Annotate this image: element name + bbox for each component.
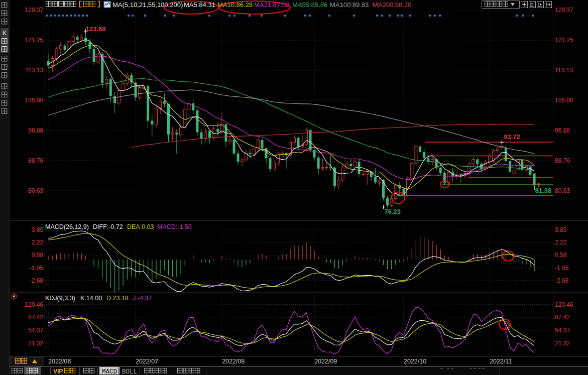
svg-text:121.25: 121.25 [25,37,43,44]
svg-text:2022/08: 2022/08 [222,358,245,365]
svg-text:129.37: 129.37 [25,7,43,14]
svg-text:2.22: 2.22 [555,239,567,246]
svg-text:113.13: 113.13 [25,67,43,74]
svg-text:MA10:86.28: MA10:86.28 [217,1,253,9]
svg-text:DEA:0.03: DEA:0.03 [127,223,154,230]
svg-text:J:-4.37: J:-4.37 [133,295,152,302]
svg-text:MA200:98.20: MA200:98.20 [373,1,411,9]
svg-text:MACD(26,12,9): MACD(26,12,9) [45,223,89,230]
svg-text:D:23.18: D:23.18 [106,295,129,302]
svg-text:120.46: 120.46 [555,301,573,308]
svg-text:2022/07: 2022/07 [136,358,158,365]
svg-text:DIFF:-0.72: DIFF:-0.72 [93,223,123,230]
svg-text:-1.05: -1.05 [555,265,569,272]
svg-text:76.23: 76.23 [385,208,401,215]
svg-text:88.76: 88.76 [28,157,43,164]
svg-text:80.63: 80.63 [555,187,570,194]
svg-text:121.25: 121.25 [555,37,573,44]
svg-text:3.85: 3.85 [555,226,567,233]
svg-text:96.88: 96.88 [28,127,43,134]
svg-text:21.32: 21.32 [28,340,43,347]
svg-text:96.88: 96.88 [555,127,570,134]
svg-text:2022/11: 2022/11 [490,358,512,365]
svg-text:105.00: 105.00 [555,97,573,104]
svg-text:MACD:-1.50: MACD:-1.50 [157,223,192,230]
svg-text:BOLL: BOLL [122,368,137,375]
svg-text:VIP: VIP [53,368,63,375]
svg-text:MA55:85.86: MA55:85.86 [292,1,327,9]
svg-text:123.68: 123.68 [86,25,106,33]
svg-text:54.37: 54.37 [555,327,570,334]
svg-text:113.13: 113.13 [555,67,573,74]
svg-text:2022/10: 2022/10 [404,358,426,365]
svg-text:K: K [3,30,7,37]
svg-text:MA(5,10,21,55,100,200): MA(5,10,21,55,100,200) [112,1,183,9]
svg-text:129.37: 129.37 [555,7,573,14]
svg-text:81.38: 81.38 [535,187,551,194]
svg-text:87.42: 87.42 [28,314,43,321]
svg-text:3.85: 3.85 [32,226,44,233]
svg-text:KDJ(9,3,3): KDJ(9,3,3) [45,295,75,302]
svg-text:2.22: 2.22 [32,239,44,246]
svg-text:MA100:89.83: MA100:89.83 [330,1,369,9]
svg-text:-1.05: -1.05 [30,265,44,272]
svg-text:105.00: 105.00 [25,97,43,104]
svg-text:0.58: 0.58 [555,252,567,259]
svg-text:MACD: MACD [102,368,117,375]
svg-text:0.58: 0.58 [32,252,44,259]
svg-text:-2.68: -2.68 [30,277,44,284]
svg-text:88.76: 88.76 [555,157,570,164]
svg-text:2022/09: 2022/09 [314,358,337,365]
svg-text:21.32: 21.32 [555,340,570,347]
svg-text:K:14.00: K:14.00 [80,295,102,302]
svg-text:-2.68: -2.68 [555,277,569,284]
svg-text:87.42: 87.42 [555,314,570,321]
svg-text:MA21:87.02: MA21:87.02 [254,1,289,9]
svg-text:120.46: 120.46 [25,301,43,308]
svg-text:54.37: 54.37 [28,327,43,334]
svg-text:MA5:84.31: MA5:84.31 [184,1,215,9]
svg-text:2022/06: 2022/06 [48,358,71,365]
svg-text:93.72: 93.72 [504,133,520,141]
svg-text:80.63: 80.63 [28,187,43,194]
